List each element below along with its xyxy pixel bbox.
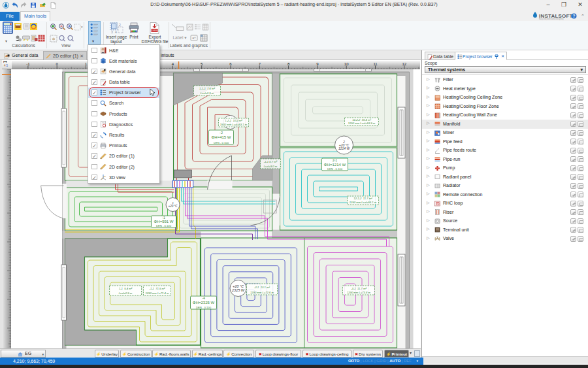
svg-text:6: 6: [229, 62, 232, 66]
svg-text:DEN - 0.100: DEN - 0.100: [155, 224, 171, 227]
svg-text:1-1-1 7.6 m²: 1-1-1 7.6 m²: [199, 87, 216, 90]
svg-text:DWG: DWG: [152, 29, 157, 32]
svg-text:1500 mm Lcal=63.1 m: 1500 mm Lcal=63.1 m: [220, 123, 247, 126]
svg-text:A: A: [68, 24, 71, 28]
svg-text:-2: -2: [220, 131, 223, 135]
svg-text:-1: -1: [26, 62, 30, 66]
svg-text:DEN - 0.100: DEN - 0.100: [213, 141, 229, 144]
svg-text:-2-1 13.1 m²: -2-1 13.1 m²: [254, 286, 270, 289]
svg-text:1250 mm Lcal=53.9 m: 1250 mm Lcal=53.9 m: [348, 122, 375, 125]
svg-text:-1-1 0.7 m²: -1-1 0.7 m²: [263, 160, 277, 163]
svg-text:ΦH=2325 W: ΦH=2325 W: [192, 301, 214, 305]
svg-text:ΦH=415 W: ΦH=415 W: [211, 135, 231, 139]
svg-text:1-2-1 10.2 m²: 1-2-1 10.2 m²: [225, 119, 242, 122]
svg-text:Lcal=0.9 m: Lcal=0.9 m: [118, 292, 132, 295]
svg-text:2: 2: [119, 23, 121, 27]
svg-text:ΦH=591 W: ΦH=591 W: [154, 220, 173, 224]
svg-text:9: 9: [316, 62, 319, 66]
svg-text:1290 mm L=71.4 m: 1290 mm L=71.4 m: [145, 292, 169, 295]
svg-text:2325 W: 2325 W: [231, 288, 245, 292]
svg-text:10: 10: [344, 62, 348, 66]
svg-text:1214 W: 1214 W: [338, 146, 350, 150]
svg-text:3: 3: [111, 30, 113, 34]
svg-text:4: 4: [115, 30, 117, 34]
svg-text:ΦH=1214 W: ΦH=1214 W: [323, 163, 346, 167]
svg-text:11: 11: [373, 62, 378, 66]
svg-text:Easy and professional designin: Easy and professional designing: [539, 18, 564, 20]
svg-text:8: 8: [287, 62, 289, 66]
svg-text:4: 4: [171, 62, 174, 66]
svg-text:Lcal=0.9 m: Lcal=0.9 m: [200, 92, 214, 95]
svg-text:1: 1: [84, 62, 87, 66]
svg-text:DEN - 0.100: DEN - 0.100: [195, 306, 211, 309]
svg-text:1290 mm L=73.8 m: 1290 mm L=73.8 m: [346, 291, 370, 294]
svg-text:⌃: ⌃: [581, 14, 585, 18]
svg-text:12-1-2 11.7 m²: 12-1-2 11.7 m²: [353, 197, 372, 200]
svg-text:+20 °C: +20 °C: [168, 205, 178, 208]
svg-text:Lcal=9.0 m: Lcal=9.0 m: [263, 165, 277, 168]
svg-text:-4: -4: [202, 296, 205, 300]
svg-text:?: ?: [573, 14, 576, 18]
svg-text:1250 mm Lcal=56.1 m: 1250 mm Lcal=56.1 m: [349, 201, 376, 204]
svg-text:-1-1 71.5 m²: -1-1 71.5 m²: [149, 287, 165, 290]
svg-text:12-2-2 16.4 m²: 12-2-2 16.4 m²: [352, 118, 371, 122]
svg-text:2-1: 2-1: [332, 158, 336, 162]
svg-text:12: 12: [402, 62, 406, 66]
svg-text:1290 mm L=72.6 m: 1290 mm L=72.6 m: [250, 291, 274, 294]
svg-text:-3-1 11.7 m²: -3-1 11.7 m²: [351, 287, 367, 290]
svg-text:5: 5: [201, 62, 203, 66]
svg-text:1-1 5.4 m²: 1-1 5.4 m²: [118, 287, 132, 290]
svg-text:a†: a†: [192, 36, 196, 40]
svg-text:7: 7: [258, 62, 261, 66]
svg-text:DEN - 0.100: DEN - 0.100: [327, 167, 342, 171]
svg-text:0: 0: [56, 62, 58, 66]
